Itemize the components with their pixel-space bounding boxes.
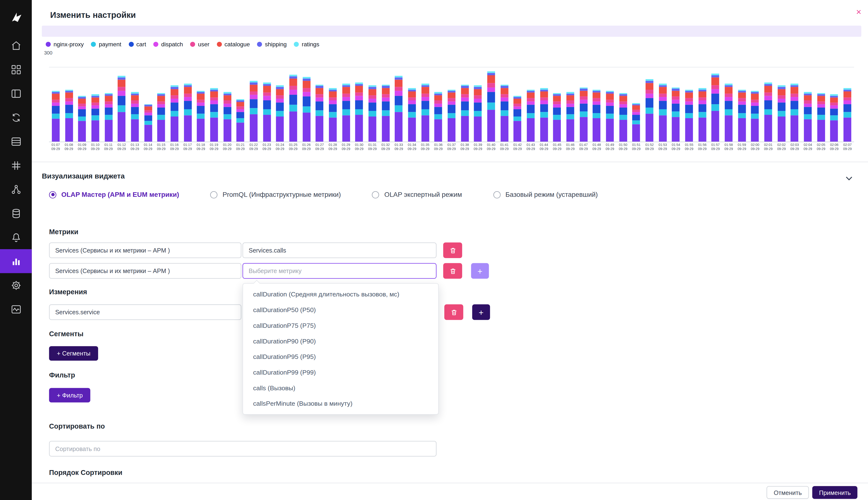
stacked-bar[interactable] xyxy=(144,104,152,141)
metric-option[interactable]: callDurationP75 (P75) xyxy=(243,318,438,333)
sidebar-item-settings[interactable] xyxy=(0,273,32,297)
cancel-button[interactable]: Отменить xyxy=(766,486,809,499)
sidebar-item-dashboards[interactable] xyxy=(0,57,32,81)
stacked-bar[interactable] xyxy=(421,83,429,141)
delete-metric-button[interactable] xyxy=(443,263,462,279)
stacked-bar[interactable] xyxy=(817,93,825,141)
stacked-bar[interactable] xyxy=(725,83,732,141)
dimension-select[interactable]: Services.service xyxy=(49,304,241,320)
stacked-bar[interactable] xyxy=(487,71,495,141)
stacked-bar[interactable] xyxy=(355,82,363,141)
sidebar-item-home[interactable] xyxy=(0,34,32,57)
stacked-bar[interactable] xyxy=(382,84,390,141)
stacked-bar[interactable] xyxy=(791,83,799,141)
stacked-bar[interactable] xyxy=(197,91,205,141)
stacked-bar[interactable] xyxy=(633,103,640,141)
metric-option[interactable]: callsPerMinute (Вызовы в минуту) xyxy=(243,396,438,411)
stacked-bar[interactable] xyxy=(250,81,257,141)
stacked-bar[interactable] xyxy=(435,92,442,141)
stacked-bar[interactable] xyxy=(289,75,297,141)
apply-button[interactable]: Применить xyxy=(812,486,857,499)
stacked-bar[interactable] xyxy=(131,92,139,141)
metric-option[interactable]: callDuration (Средняя длительность вызов… xyxy=(243,286,438,302)
stacked-bar[interactable] xyxy=(461,84,468,141)
metric-source-select[interactable]: Services (Сервисы и их метрики – APM ) xyxy=(49,263,241,279)
legend-item[interactable]: payment xyxy=(91,41,121,47)
legend-item[interactable]: dispatch xyxy=(153,41,183,47)
stacked-bar[interactable] xyxy=(65,90,72,141)
stacked-bar[interactable] xyxy=(316,84,323,141)
close-icon[interactable]: × xyxy=(856,8,861,16)
sidebar-item-logs[interactable] xyxy=(0,129,32,153)
stacked-bar[interactable] xyxy=(236,99,244,141)
sidebar-item-monitoring[interactable] xyxy=(0,297,32,321)
add-dimension-button[interactable]: + xyxy=(472,304,490,320)
legend-item[interactable]: ratings xyxy=(294,41,319,47)
stacked-bar[interactable] xyxy=(698,88,706,141)
stacked-bar[interactable] xyxy=(395,76,403,141)
stacked-bar[interactable] xyxy=(408,88,416,141)
metric-option[interactable]: calls (Вызовы) xyxy=(243,380,438,396)
sidebar-item-layout[interactable] xyxy=(0,81,32,105)
delete-dimension-button[interactable] xyxy=(444,304,463,320)
stacked-bar[interactable] xyxy=(844,88,852,141)
stacked-bar[interactable] xyxy=(619,93,627,141)
stacked-bar[interactable] xyxy=(303,77,310,141)
stacked-bar[interactable] xyxy=(78,96,86,141)
stacked-bar[interactable] xyxy=(606,91,614,141)
stacked-bar[interactable] xyxy=(263,82,270,141)
add-filter-button[interactable]: + Фильтр xyxy=(49,388,90,402)
stacked-bar[interactable] xyxy=(105,93,112,141)
stacked-bar[interactable] xyxy=(527,90,534,141)
stacked-bar[interactable] xyxy=(566,92,574,141)
stacked-bar[interactable] xyxy=(778,86,785,141)
stacked-bar[interactable] xyxy=(342,83,350,141)
stacked-bar[interactable] xyxy=(830,94,838,141)
legend-item[interactable]: nginx-proxy xyxy=(46,41,84,47)
stacked-bar[interactable] xyxy=(500,84,508,141)
sidebar-item-widgets[interactable] xyxy=(0,249,32,273)
sidebar-item-apm[interactable] xyxy=(0,105,32,129)
metric-option[interactable]: callDurationP99 (P99) xyxy=(243,364,438,380)
metric-value-input[interactable] xyxy=(243,242,437,258)
stacked-bar[interactable] xyxy=(804,92,812,141)
stacked-bar[interactable] xyxy=(711,73,719,141)
stacked-bar[interactable] xyxy=(118,76,125,141)
stacked-bar[interactable] xyxy=(738,90,746,141)
stacked-bar[interactable] xyxy=(513,96,521,141)
stacked-bar[interactable] xyxy=(448,90,455,141)
stacked-bar[interactable] xyxy=(184,83,192,141)
stacked-bar[interactable] xyxy=(751,91,759,141)
metric-source-select[interactable]: Services (Сервисы и их метрики – APM ) xyxy=(49,242,241,258)
stacked-bar[interactable] xyxy=(474,86,482,141)
sidebar-item-database[interactable] xyxy=(0,201,32,225)
legend-item[interactable]: user xyxy=(190,41,209,47)
stacked-bar[interactable] xyxy=(659,83,667,141)
stacked-bar[interactable] xyxy=(210,88,218,141)
stacked-bar[interactable] xyxy=(276,86,284,141)
stacked-bar[interactable] xyxy=(157,93,165,141)
sidebar-item-apps[interactable] xyxy=(0,154,32,177)
sidebar-item-alerts[interactable] xyxy=(0,225,32,249)
stacked-bar[interactable] xyxy=(52,91,60,141)
stacked-bar[interactable] xyxy=(329,88,337,141)
sort-by-input[interactable] xyxy=(49,441,437,457)
metric-option[interactable]: callDurationP90 (P90) xyxy=(243,333,438,349)
delete-metric-button[interactable] xyxy=(443,242,462,258)
legend-item[interactable]: cart xyxy=(128,41,146,47)
sidebar-item-topology[interactable] xyxy=(0,177,32,201)
stacked-bar[interactable] xyxy=(553,93,561,141)
metric-select-input[interactable] xyxy=(243,263,437,279)
add-metric-button[interactable]: + xyxy=(471,263,489,279)
stacked-bar[interactable] xyxy=(368,86,376,141)
stacked-bar[interactable] xyxy=(540,88,548,141)
app-logo[interactable] xyxy=(0,0,32,34)
stacked-bar[interactable] xyxy=(580,87,587,141)
radio-option[interactable]: Базовый режим (устаревший) xyxy=(493,191,598,198)
stacked-bar[interactable] xyxy=(171,86,178,141)
metric-option[interactable]: callDurationP50 (P50) xyxy=(243,302,438,318)
radio-option[interactable]: PromQL (Инфраструктурные метрики) xyxy=(210,191,341,198)
radio-option[interactable]: OLAP экспертный режим xyxy=(372,191,462,198)
stacked-bar[interactable] xyxy=(223,92,231,141)
legend-item[interactable]: catalogue xyxy=(217,41,250,47)
